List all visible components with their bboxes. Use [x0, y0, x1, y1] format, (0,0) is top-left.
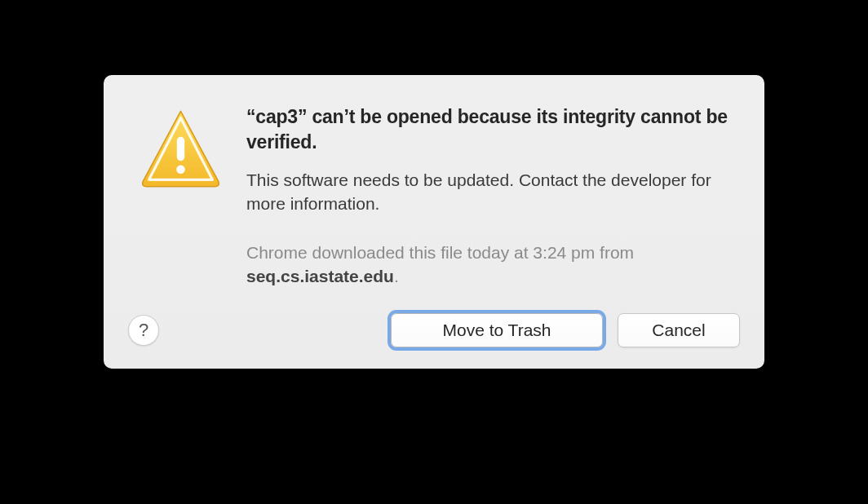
button-group: Move to Trash Cancel [391, 313, 740, 347]
dialog-footer: ? Move to Trash Cancel [128, 313, 740, 347]
move-to-trash-button[interactable]: Move to Trash [391, 313, 603, 347]
svg-point-1 [176, 165, 185, 174]
dialog-detail: Chrome downloaded this file today at 3:2… [246, 241, 740, 289]
dialog-content: “cap3” can’t be opened because its integ… [128, 99, 740, 289]
dialog-title: “cap3” can’t be opened because its integ… [246, 104, 740, 155]
warning-triangle-icon [138, 106, 224, 192]
cancel-button[interactable]: Cancel [618, 313, 740, 347]
detail-domain: seq.cs.iastate.edu [246, 267, 394, 285]
text-column: “cap3” can’t be opened because its integ… [246, 99, 740, 289]
help-button[interactable]: ? [128, 315, 159, 346]
gatekeeper-dialog: “cap3” can’t be opened because its integ… [104, 75, 764, 369]
detail-prefix: Chrome downloaded this file today at 3:2… [246, 243, 634, 262]
dialog-message: This software needs to be updated. Conta… [246, 168, 740, 216]
detail-suffix: . [394, 267, 399, 285]
icon-column [128, 99, 246, 195]
svg-rect-0 [177, 137, 184, 161]
